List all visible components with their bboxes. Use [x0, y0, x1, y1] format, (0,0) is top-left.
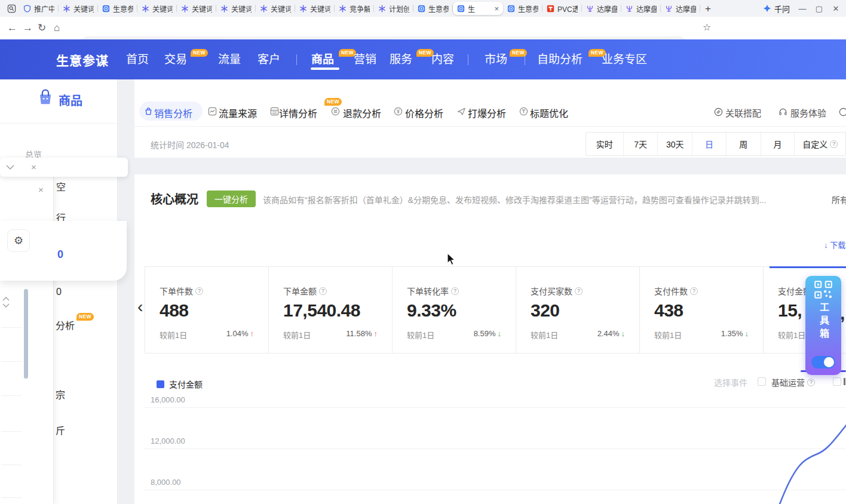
help-icon[interactable]: ?	[690, 287, 698, 295]
download-link[interactable]: ↓ 下载	[824, 239, 846, 250]
chevron-up-icon[interactable]	[2, 296, 10, 301]
tab-detail-analysis[interactable]: 详情分析	[279, 106, 317, 120]
reload-icon[interactable]: ↻	[38, 22, 46, 34]
browser-tab[interactable]: 计划创	[374, 2, 413, 15]
nav-item-active[interactable]: 商品	[311, 52, 334, 67]
browser-tab[interactable]: 生意参	[98, 2, 137, 15]
date-option-day[interactable]: 日	[692, 133, 726, 155]
new-tab-button[interactable]: +	[705, 4, 711, 14]
sidebar-item-fragment[interactable]: 宗	[56, 387, 65, 401]
forward-icon[interactable]: →	[23, 22, 33, 34]
sidebar-item-fragment[interactable]: 分析	[56, 318, 75, 332]
browser-tab-bar: 推广中 关键词 生意参 关键词 关键词 关键词 关键词 关键词 竞争解 计划创 …	[0, 0, 846, 17]
tab-search-button[interactable]	[4, 2, 19, 15]
nav-service[interactable]: 服务	[390, 52, 412, 67]
date-option-month[interactable]: 月	[761, 133, 795, 155]
trend-line-chart[interactable]	[143, 388, 846, 504]
date-option-7d[interactable]: 7天	[623, 133, 658, 155]
browser-tab[interactable]: 关键词	[137, 2, 177, 15]
browser-tab[interactable]: 达摩盘	[661, 2, 700, 15]
browser-tab[interactable]: PVC透	[542, 2, 582, 15]
metric-card-conversion[interactable]: 下单转化率? 9.33% 较前1日8.59%↓	[393, 267, 516, 353]
browser-tab[interactable]: 关键词	[295, 2, 335, 15]
browser-tab[interactable]: 关键词	[177, 2, 216, 15]
help-icon[interactable]: ?	[451, 287, 459, 295]
event-checkbox[interactable]	[758, 377, 766, 386]
tab-label: 生意参	[113, 4, 133, 14]
home-icon[interactable]: ⌂	[54, 22, 60, 34]
tab-refund-analysis[interactable]: 退款分析	[343, 106, 381, 120]
date-option-30d[interactable]: 30天	[657, 133, 692, 155]
scrollbar-thumb[interactable]	[24, 289, 28, 379]
nav-business-zone[interactable]: 业务专区	[602, 52, 647, 67]
metric-card-pay-items[interactable]: 支付件数? 438 较前1日1.35%↓	[640, 267, 764, 353]
bookmark-star-icon[interactable]: ☆	[703, 21, 711, 33]
tab-title-optimize[interactable]: 标题优化	[530, 106, 568, 120]
tab-sales-analysis[interactable]: 销售分析	[154, 106, 192, 120]
sycm-brand[interactable]: 生意参谋	[56, 51, 109, 69]
tab-close-icon[interactable]: ×	[494, 5, 499, 13]
sidebar-item-fragment[interactable]: 空	[56, 179, 66, 193]
browser-tab[interactable]: 达摩盘	[582, 2, 621, 15]
one-click-analyze-button[interactable]: 一键分析	[207, 190, 256, 207]
sidebar-item-fragment[interactable]: 斤	[56, 423, 65, 437]
nav-customer[interactable]: 客户	[258, 52, 280, 67]
cards-scroll-left-icon[interactable]: ‹	[137, 299, 143, 315]
nav-market[interactable]: 市场	[485, 52, 507, 67]
browser-brand[interactable]: 千问	[763, 3, 790, 14]
tab-hot-analysis[interactable]: 打爆分析	[468, 106, 506, 120]
chevron-down-icon[interactable]	[6, 165, 14, 170]
help-icon[interactable]: ?	[807, 379, 815, 386]
tab-price-analysis[interactable]: 价格分析	[405, 106, 443, 120]
metric-card-order-items[interactable]: 下单件数? 488 较前1日1.04%↑	[145, 267, 269, 353]
toolbox-toggle[interactable]	[811, 356, 835, 368]
down-arrow-icon: ↓	[498, 329, 502, 338]
nav-traffic[interactable]: 流量	[218, 52, 241, 67]
nav-trade[interactable]: 交易	[164, 52, 187, 67]
close-icon[interactable]: ×	[31, 162, 36, 171]
sidebar-item-fragment[interactable]: 0	[56, 287, 62, 297]
help-icon[interactable]: ?	[319, 287, 327, 295]
browser-tab[interactable]: 推广中	[19, 2, 59, 15]
refund-analysis-icon	[331, 107, 340, 116]
close-icon[interactable]: ×	[38, 185, 44, 194]
nav-marketing[interactable]: 营销	[354, 52, 376, 67]
link-match-combo[interactable]: 关联搭配	[725, 106, 761, 119]
browser-tab[interactable]: 关键词	[256, 2, 295, 15]
up-arrow-icon: ↑	[374, 329, 378, 338]
chevron-down-icon[interactable]	[2, 303, 10, 308]
maximize-button[interactable]: ▢	[815, 4, 823, 13]
metric-value: 488	[160, 300, 254, 321]
sidebar-selected-fragment[interactable]: 0	[57, 248, 63, 261]
help-icon[interactable]: ?	[575, 287, 583, 295]
close-button[interactable]: ✕	[832, 4, 840, 13]
nav-self-analysis[interactable]: 自助分析	[537, 52, 583, 67]
event-checkbox[interactable]	[833, 377, 841, 386]
help-icon[interactable]: ?	[830, 140, 838, 148]
minimize-button[interactable]: —	[798, 4, 807, 13]
metric-card-order-amount[interactable]: 下单金额? 17,540.48 较前1日11.58%↑	[269, 267, 393, 353]
date-option-custom[interactable]: 自定义?	[794, 133, 845, 155]
tab-traffic-source[interactable]: 流量来源	[219, 106, 257, 120]
browser-tab[interactable]: 生意参	[503, 2, 542, 15]
browser-tab[interactable]: 关键词	[216, 2, 256, 15]
date-option-realtime[interactable]: 实时	[586, 133, 623, 155]
nav-content[interactable]: 内容	[431, 52, 454, 67]
link-service-experience[interactable]: 服务体验	[790, 106, 826, 119]
browser-tab[interactable]: 生意参	[413, 2, 453, 15]
clipped-right-link[interactable]: 所有	[832, 193, 846, 205]
date-option-week[interactable]: 周	[726, 133, 761, 155]
down-arrow-icon: ↓	[745, 329, 749, 338]
browser-tab[interactable]: 竞争解	[335, 2, 374, 15]
help-icon[interactable]: ?	[195, 287, 203, 295]
tab-search-icon	[7, 4, 16, 13]
browser-tab[interactable]: 关键词	[59, 2, 98, 15]
toolbox-widget[interactable]: 工具箱	[805, 276, 841, 375]
back-icon[interactable]: ←	[7, 22, 17, 34]
nav-home[interactable]: 首页	[126, 52, 149, 67]
browser-tab-active[interactable]: 生×	[453, 2, 503, 15]
browser-tab[interactable]: 达摩盘	[621, 2, 661, 15]
event-option-label[interactable]: 基础运营?	[771, 376, 815, 388]
metric-card-pay-buyers[interactable]: 支付买家数? 320 较前1日2.44%↓	[516, 267, 640, 353]
gear-icon[interactable]: ⚙	[7, 229, 30, 252]
